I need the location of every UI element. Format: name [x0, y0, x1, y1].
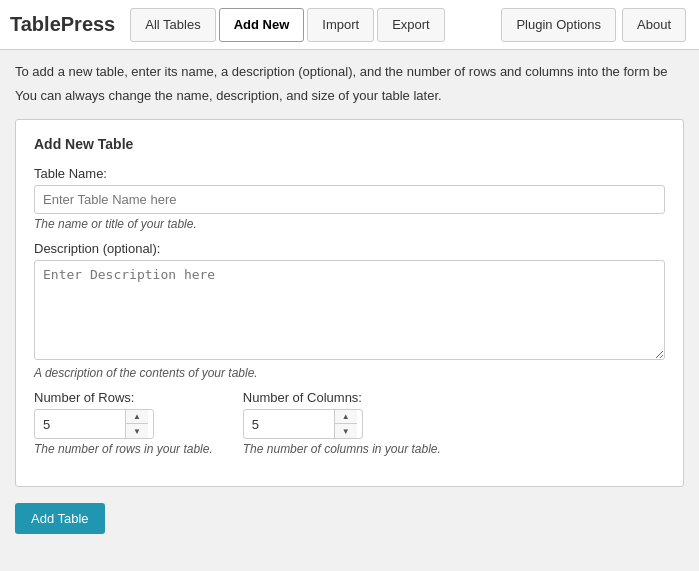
cols-field-group: Number of Columns: ▲ ▼ The number of col…: [243, 390, 441, 466]
rows-spinner: ▲ ▼: [125, 410, 148, 438]
cols-increment-btn[interactable]: ▲: [335, 410, 357, 424]
cols-input-wrapper: ▲ ▼: [243, 409, 363, 439]
rows-label: Number of Rows:: [34, 390, 213, 405]
nav-right-group: Plugin Options About: [501, 8, 689, 42]
rows-input-wrapper: ▲ ▼: [34, 409, 154, 439]
description-input[interactable]: [34, 260, 665, 360]
nav-tabs: All Tables Add New Import Export: [130, 0, 447, 49]
add-table-button[interactable]: Add Table: [15, 503, 105, 534]
description-label: Description (optional):: [34, 241, 665, 256]
tab-export[interactable]: Export: [377, 8, 445, 42]
main-content: To add a new table, enter its name, a de…: [0, 50, 699, 546]
cols-decrement-btn[interactable]: ▼: [335, 424, 357, 438]
rows-field-group: Number of Rows: ▲ ▼ The number of rows i…: [34, 390, 213, 466]
tab-import[interactable]: Import: [307, 8, 374, 42]
cols-hint: The number of columns in your table.: [243, 442, 441, 456]
rows-hint: The number of rows in your table.: [34, 442, 213, 456]
add-new-table-card: Add New Table Table Name: The name or ti…: [15, 119, 684, 487]
rows-decrement-btn[interactable]: ▼: [126, 424, 148, 438]
tab-add-new[interactable]: Add New: [219, 8, 305, 42]
tab-all-tables[interactable]: All Tables: [130, 8, 215, 42]
rows-cols-container: Number of Rows: ▲ ▼ The number of rows i…: [34, 390, 665, 466]
form-title: Add New Table: [34, 136, 665, 152]
intro-line1: To add a new table, enter its name, a de…: [15, 62, 684, 82]
rows-input[interactable]: [35, 412, 125, 437]
header: TablePress All Tables Add New Import Exp…: [0, 0, 699, 50]
table-name-input[interactable]: [34, 185, 665, 214]
app-logo: TablePress: [10, 13, 115, 36]
table-name-label: Table Name:: [34, 166, 665, 181]
table-name-hint: The name or title of your table.: [34, 217, 665, 231]
cols-input[interactable]: [244, 412, 334, 437]
tab-plugin-options[interactable]: Plugin Options: [501, 8, 616, 42]
cols-label: Number of Columns:: [243, 390, 441, 405]
description-hint: A description of the contents of your ta…: [34, 366, 665, 380]
tab-about[interactable]: About: [622, 8, 686, 42]
rows-increment-btn[interactable]: ▲: [126, 410, 148, 424]
cols-spinner: ▲ ▼: [334, 410, 357, 438]
intro-line2: You can always change the name, descript…: [15, 86, 684, 106]
